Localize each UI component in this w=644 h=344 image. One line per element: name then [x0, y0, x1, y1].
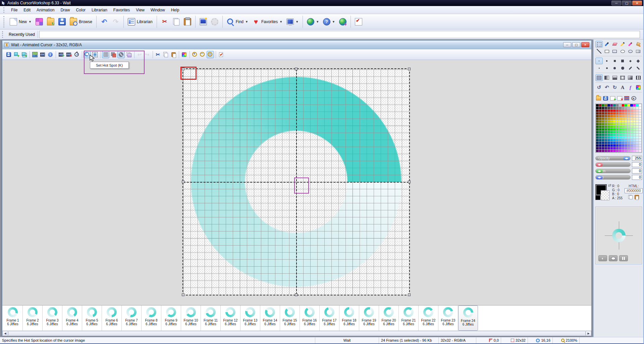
palette-swatch[interactable] — [610, 144, 613, 147]
palette-swatch[interactable] — [605, 136, 607, 139]
palette-swatch[interactable] — [616, 118, 619, 120]
size-slash-button[interactable] — [627, 65, 634, 71]
green-slider[interactable]: en◀▶ — [595, 169, 631, 173]
fill-grad-v-button[interactable] — [611, 74, 619, 81]
palette-swatch[interactable] — [610, 120, 613, 123]
palette-swatch[interactable] — [607, 123, 610, 125]
palette-swatch[interactable] — [639, 112, 642, 115]
palette-swatch[interactable] — [619, 128, 622, 131]
palette-swatch[interactable] — [599, 107, 602, 109]
color-adjust-button[interactable] — [635, 84, 642, 91]
palette-swatch[interactable] — [596, 147, 599, 149]
palette-swatch[interactable] — [639, 131, 642, 133]
palette-swatch[interactable] — [633, 139, 636, 141]
palette-swatch[interactable] — [596, 115, 599, 117]
rotate-ccw-button[interactable]: ↺ — [595, 84, 603, 91]
palette-swatch[interactable] — [616, 139, 619, 141]
palette-swatch[interactable] — [613, 118, 616, 120]
size-cir-2-button[interactable] — [603, 65, 610, 71]
palette-swatch[interactable] — [605, 120, 607, 123]
palette-swatch[interactable] — [628, 123, 630, 125]
mosaic-button[interactable] — [34, 17, 45, 27]
palette-swatch[interactable] — [610, 131, 613, 133]
frame-duplicate-button[interactable] — [20, 51, 28, 58]
palette-swatch[interactable] — [599, 112, 602, 115]
palette-swatch[interactable] — [613, 120, 616, 123]
palette-swatch[interactable] — [633, 142, 636, 144]
menu-window[interactable]: Window — [148, 7, 168, 13]
palette-swatch[interactable] — [605, 147, 607, 149]
frame-thumbnail-5[interactable]: Frame 56 Jiffies — [82, 305, 102, 331]
palette-swatch[interactable] — [630, 147, 633, 149]
palette-swatch[interactable] — [607, 144, 610, 147]
palette-swatch[interactable] — [596, 123, 599, 125]
palette-swatch[interactable] — [599, 147, 602, 149]
palette-swatch[interactable] — [639, 118, 642, 120]
palette-swatch[interactable] — [605, 126, 607, 128]
scroll-right-arrow[interactable]: ▶ — [586, 331, 591, 336]
palette-swatch[interactable] — [636, 139, 639, 141]
palette-swatch[interactable] — [602, 150, 604, 152]
ellipse-filled-button[interactable] — [627, 48, 634, 55]
menu-view[interactable]: View — [133, 7, 148, 13]
palette-swatch[interactable] — [610, 115, 613, 117]
menu-help[interactable]: Help — [168, 7, 182, 13]
palette-swatch[interactable] — [610, 142, 613, 144]
palette-swatch[interactable] — [602, 139, 604, 141]
palette-swatch[interactable] — [625, 110, 627, 112]
check-doc-button[interactable] — [217, 51, 225, 58]
swatch-delete-button[interactable] — [617, 96, 622, 100]
document-title-bar[interactable]: Wait - Animated Cursor - 32x32, RGB/A ─ … — [2, 41, 591, 49]
fill-solid-button[interactable] — [595, 74, 603, 81]
doc-maximize-button[interactable]: ▢ — [572, 42, 580, 47]
palette-swatch[interactable] — [633, 112, 636, 115]
menu-favorites[interactable]: Favorites — [110, 7, 133, 13]
palette-swatch[interactable] — [639, 150, 642, 152]
palette-swatch[interactable] — [622, 139, 625, 141]
palette-swatch[interactable] — [605, 118, 607, 120]
palette-swatch[interactable] — [610, 110, 613, 112]
palette-swatch[interactable] — [633, 110, 636, 112]
frame-thumbnail-3[interactable]: Frame 36 Jiffies — [43, 305, 62, 331]
palette-swatch[interactable] — [619, 110, 622, 112]
frame-thumbnail-14[interactable]: Frame 146 Jiffies — [260, 305, 280, 331]
copy-button[interactable] — [162, 51, 169, 58]
palette-swatch[interactable] — [633, 134, 636, 136]
palette-swatch[interactable] — [613, 147, 616, 149]
palette-swatch[interactable] — [622, 136, 625, 139]
palette-swatch[interactable] — [630, 107, 633, 109]
palette-swatch[interactable] — [607, 120, 610, 123]
palette-swatch[interactable] — [628, 120, 630, 123]
folder-import-button[interactable] — [45, 17, 56, 27]
blue-value-field[interactable]: 0 — [632, 175, 642, 180]
cut-button[interactable]: ✂ — [154, 51, 162, 58]
pause-button[interactable] — [619, 255, 628, 261]
palette-swatch[interactable] — [605, 142, 607, 144]
palette-swatch[interactable] — [616, 131, 619, 133]
palette-swatch[interactable] — [613, 126, 616, 128]
frame-thumbnail-21[interactable]: Frame 216 Jiffies — [399, 305, 419, 331]
palette-swatch[interactable] — [636, 144, 639, 147]
palette-swatch[interactable] — [633, 107, 636, 109]
rotate-180-button[interactable]: ↶ — [603, 84, 610, 91]
rect-filled-button[interactable] — [611, 48, 619, 55]
palette-swatch[interactable] — [596, 118, 599, 120]
palette-swatch[interactable] — [633, 123, 636, 125]
palette-swatch[interactable] — [619, 150, 622, 152]
frame-thumbnail-13[interactable]: Frame 136 Jiffies — [240, 305, 260, 331]
palette-swatch[interactable] — [639, 147, 642, 149]
palette-swatch[interactable] — [602, 128, 604, 131]
palette-swatch[interactable] — [619, 104, 622, 107]
secondary-color-swatch[interactable] — [595, 196, 600, 200]
selection-handle[interactable] — [182, 293, 184, 296]
palette-swatch[interactable] — [625, 126, 627, 128]
palette-swatch[interactable] — [610, 136, 613, 139]
frame-thumbnail-7[interactable]: Frame 76 Jiffies — [122, 305, 142, 331]
palette-swatch[interactable] — [622, 123, 625, 125]
palette-swatch[interactable] — [622, 147, 625, 149]
doc-close-button[interactable]: ✕ — [581, 42, 589, 47]
paste-button[interactable] — [170, 51, 177, 58]
palette-swatch[interactable] — [599, 134, 602, 136]
palette-swatch[interactable] — [622, 107, 625, 109]
palette-swatch[interactable] — [596, 144, 599, 147]
